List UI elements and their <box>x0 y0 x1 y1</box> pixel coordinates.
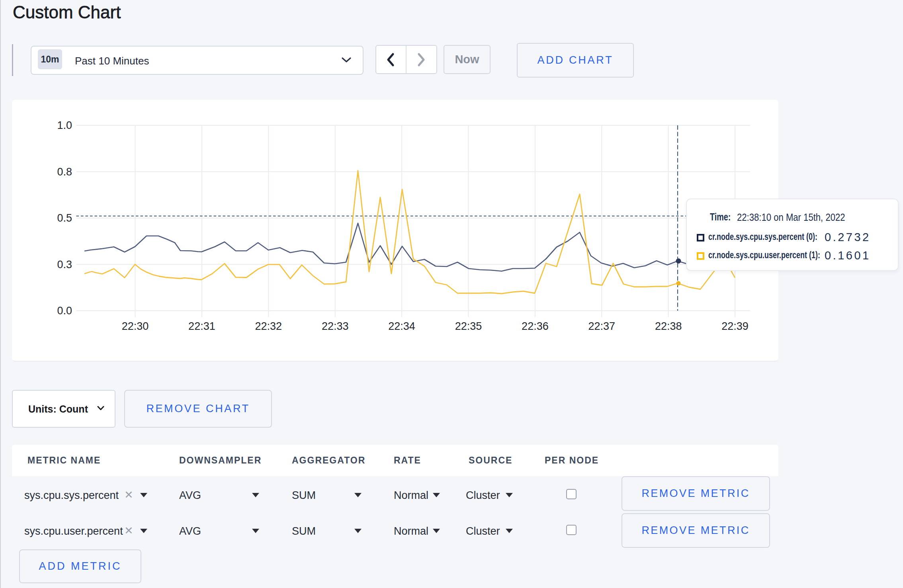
svg-text:1.0: 1.0 <box>57 119 72 131</box>
svg-text:0.3: 0.3 <box>57 259 72 271</box>
svg-text:22:37: 22:37 <box>588 320 616 332</box>
svg-text:22:34: 22:34 <box>388 320 415 332</box>
svg-text:22:35: 22:35 <box>455 320 482 332</box>
svg-text:22:31: 22:31 <box>188 320 215 332</box>
svg-text:22:32: 22:32 <box>255 320 282 332</box>
svg-text:0.8: 0.8 <box>57 166 72 178</box>
svg-text:22:30: 22:30 <box>122 320 149 332</box>
svg-text:22:38: 22:38 <box>655 320 682 332</box>
svg-text:22:39: 22:39 <box>721 320 749 332</box>
svg-text:22:33: 22:33 <box>322 320 349 332</box>
svg-text:0.0: 0.0 <box>57 305 72 317</box>
svg-text:22:36: 22:36 <box>522 320 549 332</box>
svg-text:0.5: 0.5 <box>57 212 72 224</box>
